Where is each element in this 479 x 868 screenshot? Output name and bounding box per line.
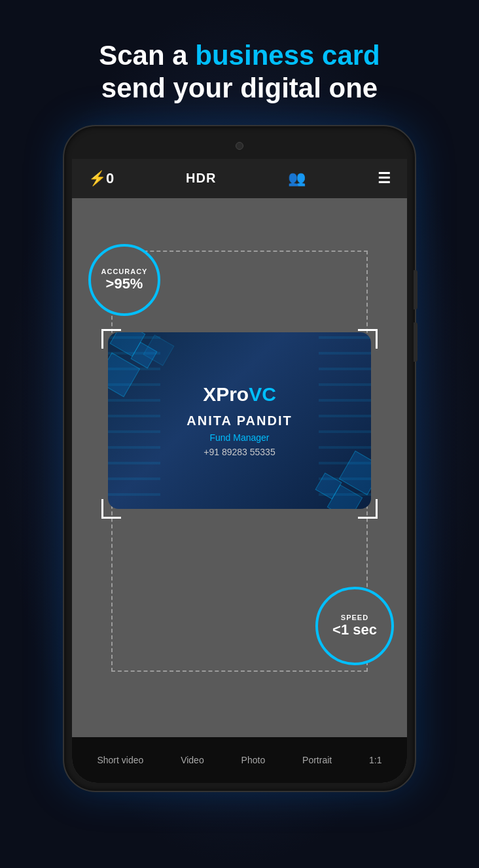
- volume-up-button[interactable]: [414, 270, 417, 309]
- accuracy-value: >95%: [106, 275, 143, 292]
- mode-short-video[interactable]: Short video: [92, 752, 149, 769]
- flash-icon[interactable]: ⚡0: [88, 170, 114, 187]
- speed-label: SPEED: [341, 614, 368, 621]
- mode-1-1[interactable]: 1:1: [364, 752, 387, 769]
- card-phone: +91 89283 55335: [186, 447, 292, 457]
- camera-viewfinder: ACCURACY >95%: [72, 198, 407, 737]
- headline: Scan a business card send your digital o…: [99, 39, 380, 105]
- front-camera: [236, 142, 243, 150]
- people-icon[interactable]: 👥: [288, 170, 306, 187]
- menu-icon[interactable]: ☰: [378, 170, 391, 187]
- camera-mode-bar: Short video Video Photo Portrait 1:1: [72, 737, 407, 783]
- card-job-title: Fund Manager: [186, 432, 292, 443]
- card-brand: XProVC: [186, 383, 292, 406]
- phone-screen: ⚡0 HDR 👥 ☰ ACCURACY >95%: [72, 159, 407, 783]
- speed-badge: SPEED <1 sec: [315, 587, 394, 665]
- volume-down-button[interactable]: [414, 322, 417, 362]
- mode-video[interactable]: Video: [175, 752, 209, 769]
- accuracy-badge: ACCURACY >95%: [88, 244, 160, 316]
- brand-suffix: VC: [249, 383, 276, 405]
- camera-top-bar: ⚡0 HDR 👥 ☰: [72, 159, 407, 198]
- accuracy-label: ACCURACY: [101, 268, 148, 275]
- phone-mockup: ⚡0 HDR 👥 ☰ ACCURACY >95%: [63, 125, 416, 792]
- headline-highlight: business card: [195, 40, 380, 71]
- headline-line2: send your digital one: [99, 72, 380, 105]
- card-name: ANITA PANDIT: [186, 413, 292, 428]
- hdr-label[interactable]: HDR: [186, 171, 216, 186]
- card-content: XProVC ANITA PANDIT Fund Manager +91 892…: [186, 383, 292, 457]
- mode-photo[interactable]: Photo: [236, 752, 271, 769]
- mode-portrait[interactable]: Portrait: [297, 752, 337, 769]
- business-card: XProVC ANITA PANDIT Fund Manager +91 892…: [108, 332, 371, 509]
- speed-value: <1 sec: [332, 621, 377, 638]
- headline-line1: Scan a business card: [99, 39, 380, 72]
- brand-prefix: XPro: [203, 383, 249, 405]
